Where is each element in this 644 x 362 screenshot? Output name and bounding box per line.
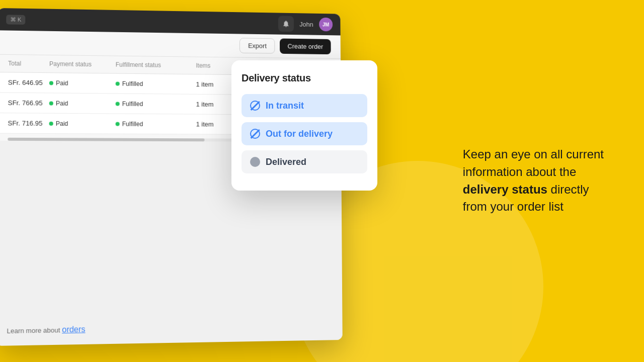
right-text-line1: Keep an eye on all current <box>463 147 604 161</box>
delivery-status-popup: Delivery status In transit Out for deliv… <box>231 60 377 191</box>
window-footer: Learn more about orders <box>0 311 343 346</box>
cell-fulfillment-status: Fulfilled <box>116 120 196 128</box>
popup-item-out-for-delivery[interactable]: Out for delivery <box>242 122 367 145</box>
right-text-line3: directly <box>547 183 589 196</box>
user-avatar[interactable]: JM <box>319 18 333 32</box>
out-delivery-status-icon <box>250 129 260 139</box>
cell-payment-status: Paid <box>49 100 116 107</box>
in-transit-label: In transit <box>266 101 304 111</box>
popup-item-in-transit[interactable]: In transit <box>242 94 367 117</box>
col-payment: Payment status <box>49 60 116 68</box>
out-for-delivery-label: Out for delivery <box>266 129 333 139</box>
cell-total: SFr. 766.95 <box>8 99 49 107</box>
in-transit-icon <box>250 100 261 111</box>
cell-fulfillment-status: Fulfilled <box>116 100 196 108</box>
transit-status-icon <box>250 101 260 111</box>
right-text-line4: from your order list <box>463 200 564 214</box>
popup-item-delivered[interactable]: Delivered <box>242 150 367 173</box>
cell-total: SFr. 646.95 <box>8 78 49 86</box>
popup-title: Delivery status <box>242 72 367 84</box>
right-text-bold: delivery status <box>463 183 547 196</box>
right-content-area: Keep an eye on all current information a… <box>463 146 604 216</box>
bell-icon <box>282 20 290 28</box>
col-fulfillment: Fulfillment status <box>116 61 196 69</box>
cell-fulfillment-status: Fulfilled <box>116 80 196 87</box>
footer-text: Learn more about <box>7 326 62 335</box>
right-text-line2: information about the <box>463 165 576 178</box>
scrollbar-thumb[interactable] <box>8 138 204 141</box>
orders-link[interactable]: orders <box>62 325 86 334</box>
user-name-label: John <box>299 20 313 28</box>
delivered-icon <box>250 156 261 167</box>
out-for-delivery-icon <box>250 128 261 139</box>
delivered-label: Delivered <box>266 157 306 167</box>
col-total: Total <box>8 60 49 67</box>
notification-bell-button[interactable] <box>278 16 294 32</box>
keyboard-shortcut: ⌘ K <box>6 15 25 25</box>
right-description: Keep an eye on all current information a… <box>463 146 604 216</box>
cell-payment-status: Paid <box>49 79 116 87</box>
toolbar: Export Create order <box>0 30 341 59</box>
cell-payment-status: Paid <box>49 120 116 127</box>
create-order-button[interactable]: Create order <box>280 38 331 54</box>
export-button[interactable]: Export <box>239 38 275 53</box>
cell-total: SFr. 716.95 <box>8 119 49 127</box>
delivered-status-icon <box>250 157 260 167</box>
